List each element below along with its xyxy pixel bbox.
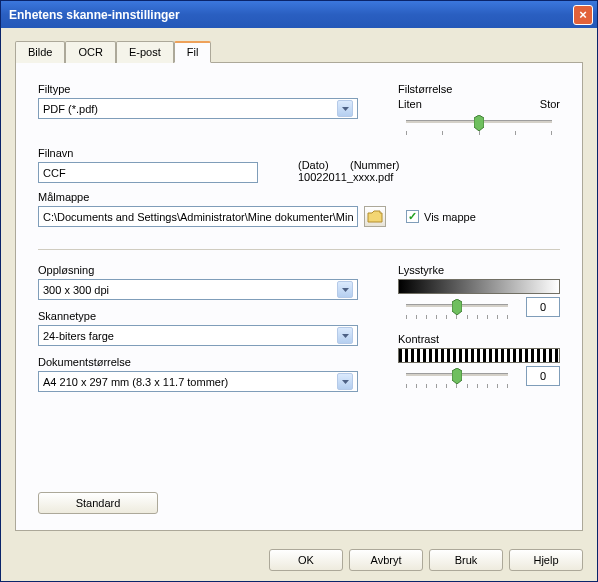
tab-file[interactable]: Fil xyxy=(174,41,212,63)
docsize-label: Dokumentstørrelse xyxy=(38,356,358,368)
filename-input[interactable] xyxy=(38,162,258,183)
contrast-value[interactable]: 0 xyxy=(526,366,560,386)
brightness-slider[interactable] xyxy=(398,294,516,319)
chevron-down-icon xyxy=(337,281,353,298)
chevron-down-icon xyxy=(337,100,353,117)
filesize-small-label: Liten xyxy=(398,98,422,110)
brightness-label: Lysstyrke xyxy=(398,264,560,276)
tab-ocr[interactable]: OCR xyxy=(65,41,115,63)
filetype-value: PDF (*.pdf) xyxy=(43,103,98,115)
tab-panel-file: Filtype PDF (*.pdf) Filstørrelse Liten S… xyxy=(15,63,583,531)
window-body: Bilde OCR E-post Fil Filtype PDF (*.pdf)… xyxy=(1,28,597,541)
resolution-label: Oppløsning xyxy=(38,264,358,276)
destfolder-input[interactable] xyxy=(38,206,358,227)
destfolder-label: Målmappe xyxy=(38,191,560,203)
chevron-down-icon xyxy=(337,327,353,344)
chevron-down-icon xyxy=(337,373,353,390)
titlebar: Enhetens skanne-innstillinger × xyxy=(1,1,597,28)
slider-thumb-icon[interactable] xyxy=(452,368,462,384)
brightness-value[interactable]: 0 xyxy=(526,297,560,317)
contrast-slider[interactable] xyxy=(398,363,516,388)
contrast-stripe xyxy=(398,348,560,363)
sample-filename: 10022011_xxxx.pdf xyxy=(298,171,399,183)
filesize-large-label: Stor xyxy=(540,98,560,110)
filetype-label: Filtype xyxy=(38,83,358,95)
divider xyxy=(38,249,560,250)
tabstrip: Bilde OCR E-post Fil xyxy=(15,40,583,63)
help-button[interactable]: Hjelp xyxy=(509,549,583,571)
filetype-select[interactable]: PDF (*.pdf) xyxy=(38,98,358,119)
cancel-button[interactable]: Avbryt xyxy=(349,549,423,571)
resolution-select[interactable]: 300 x 300 dpi xyxy=(38,279,358,300)
brightness-gradient xyxy=(398,279,560,294)
showfolder-label: Vis mappe xyxy=(424,211,476,223)
default-button[interactable]: Standard xyxy=(38,492,158,514)
scantype-value: 24-biters farge xyxy=(43,330,114,342)
tab-email[interactable]: E-post xyxy=(116,41,174,63)
window-title: Enhetens skanne-innstillinger xyxy=(9,8,180,22)
date-placeholder-label: (Dato) xyxy=(298,159,329,171)
contrast-label: Kontrast xyxy=(398,333,560,345)
dialog-buttons: OK Avbryt Bruk Hjelp xyxy=(1,541,597,581)
docsize-select[interactable]: A4 210 x 297 mm (8.3 x 11.7 tommer) xyxy=(38,371,358,392)
checkmark-icon: ✓ xyxy=(406,210,419,223)
scantype-label: Skannetype xyxy=(38,310,358,322)
browse-folder-button[interactable] xyxy=(364,206,386,227)
showfolder-checkbox[interactable]: ✓ Vis mappe xyxy=(406,210,476,223)
ok-button[interactable]: OK xyxy=(269,549,343,571)
filesize-slider[interactable] xyxy=(398,120,560,135)
apply-button[interactable]: Bruk xyxy=(429,549,503,571)
settings-window: Enhetens skanne-innstillinger × Bilde OC… xyxy=(0,0,598,582)
slider-thumb-icon[interactable] xyxy=(474,115,484,131)
slider-thumb-icon[interactable] xyxy=(452,299,462,315)
number-placeholder-label: (Nummer) xyxy=(350,159,400,171)
folder-icon xyxy=(367,210,383,223)
filesize-label: Filstørrelse xyxy=(398,83,560,95)
close-icon[interactable]: × xyxy=(573,5,593,25)
scantype-select[interactable]: 24-biters farge xyxy=(38,325,358,346)
tab-image[interactable]: Bilde xyxy=(15,41,65,63)
filename-label: Filnavn xyxy=(38,147,258,159)
docsize-value: A4 210 x 297 mm (8.3 x 11.7 tommer) xyxy=(43,376,228,388)
resolution-value: 300 x 300 dpi xyxy=(43,284,109,296)
